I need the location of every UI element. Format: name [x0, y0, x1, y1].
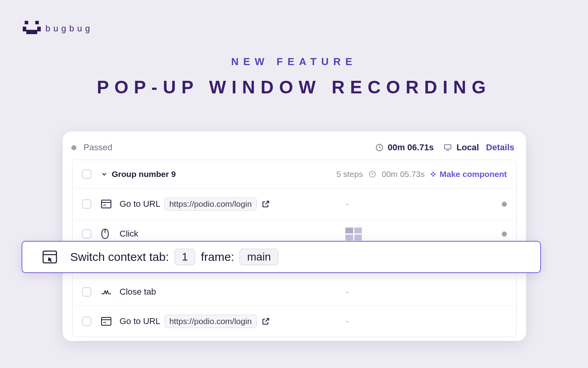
external-link-icon[interactable]: [261, 317, 270, 326]
brand-name: bugbug: [45, 24, 93, 34]
group-header[interactable]: Group number 9 5 steps 00m 05.73s Make c…: [73, 160, 516, 189]
svg-rect-8: [102, 200, 111, 208]
external-link-icon[interactable]: [261, 200, 270, 208]
mouse-icon: [101, 228, 112, 239]
browser-icon: [101, 317, 112, 326]
make-component-label: Make component: [439, 169, 507, 179]
brand-logo: bugbug: [23, 20, 93, 38]
url-chip: https://podio.com/login: [164, 315, 257, 328]
step-result: -: [346, 287, 348, 297]
step-row[interactable]: Go to URL https://podio.com/login -: [73, 306, 516, 337]
chevron-down-icon[interactable]: [101, 171, 108, 178]
make-component-button[interactable]: Make component: [430, 169, 507, 179]
frame-value-chip: main: [240, 249, 278, 265]
svg-rect-1: [35, 21, 39, 24]
browser-icon: [101, 199, 112, 209]
run-environment: Local: [456, 142, 479, 153]
details-link[interactable]: Details: [486, 142, 514, 153]
group-checkbox[interactable]: [82, 169, 91, 179]
hero-headline: POP-UP WINDOW RECORDING: [0, 77, 588, 98]
svg-rect-4: [37, 27, 41, 31]
switch-context-callout: Switch context tab: 1 frame: main: [22, 241, 541, 273]
svg-rect-0: [25, 21, 28, 24]
monitor-icon: [443, 143, 452, 152]
svg-rect-6: [445, 145, 451, 149]
svg-rect-2: [23, 27, 26, 31]
status-dot-icon: [502, 202, 507, 207]
url-chip: https://podio.com/login: [164, 197, 257, 211]
close-tab-icon: [101, 288, 112, 295]
run-meta: 00m 06.71s Local Details: [375, 142, 514, 153]
status-dot-icon: [71, 145, 76, 150]
logo-mark-icon: [23, 20, 41, 38]
callout-frame-label: frame:: [201, 250, 234, 264]
status-dot-icon: [502, 231, 507, 237]
step-label: Close tab: [120, 287, 156, 297]
run-duration: 00m 06.71s: [388, 142, 434, 153]
screenshot-thumbnail[interactable]: [345, 228, 362, 240]
step-checkbox[interactable]: [82, 317, 91, 326]
step-label: Go to URL: [120, 199, 160, 209]
group-step-count: 5 steps: [336, 169, 363, 179]
step-label: Click: [120, 229, 138, 239]
step-checkbox[interactable]: [82, 229, 91, 239]
step-row[interactable]: Close tab -: [73, 278, 516, 306]
step-checkbox[interactable]: [82, 199, 91, 209]
step-result: -: [346, 199, 348, 209]
callout-prefix: Switch context tab:: [70, 250, 169, 264]
step-row[interactable]: Go to URL https://podio.com/login -: [73, 189, 516, 220]
run-header: Passed 00m 06.71s Local Details: [63, 135, 526, 160]
run-status: Passed: [83, 142, 375, 153]
group-duration: 00m 05.73s: [382, 169, 425, 179]
hero-eyebrow: NEW FEATURE: [0, 56, 588, 68]
svg-rect-3: [26, 30, 37, 34]
svg-rect-10: [102, 317, 111, 325]
clock-icon: [375, 143, 384, 152]
window-cursor-icon: [42, 250, 58, 264]
step-checkbox[interactable]: [82, 287, 91, 297]
step-label: Go to URL: [120, 316, 160, 326]
step-result: -: [346, 316, 348, 326]
svg-rect-11: [43, 251, 56, 263]
group-title: Group number 9: [112, 169, 336, 179]
tab-value-chip: 1: [174, 249, 196, 265]
diamond-icon: [430, 171, 436, 177]
test-run-card: Passed 00m 06.71s Local Details Group nu…: [63, 131, 526, 341]
clock-icon: [368, 170, 376, 178]
